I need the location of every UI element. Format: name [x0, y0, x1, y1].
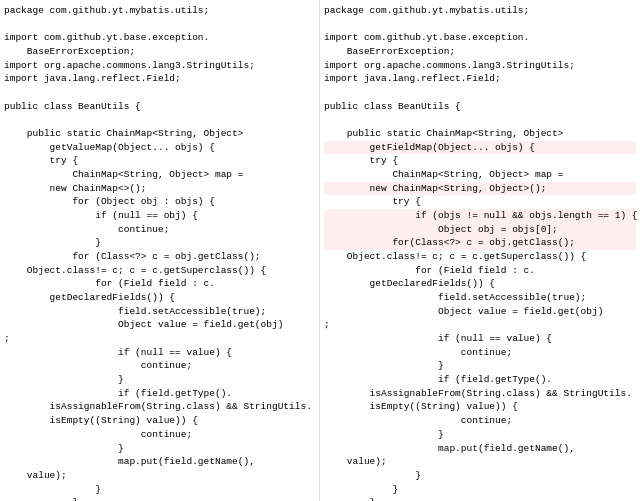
code-line: map.put(field.getName(),	[324, 442, 636, 456]
code-line: Object.class!= c; c = c.getSuperclass())…	[324, 250, 636, 264]
code-line: ChainMap<String, Object> map =	[4, 168, 315, 182]
code-line: }	[4, 483, 315, 497]
code-line: }	[324, 359, 636, 373]
code-line: public static ChainMap<String, Object>	[4, 127, 315, 141]
code-line: }	[4, 496, 315, 501]
code-line: field.setAccessible(true);	[4, 305, 315, 319]
code-line: import java.lang.reflect.Field;	[4, 72, 315, 86]
code-line: getValueMap(Object... objs) {	[4, 141, 315, 155]
code-line: }	[324, 469, 636, 483]
code-line: if (null == value) {	[4, 346, 315, 360]
code-line: value);	[4, 469, 315, 483]
code-line	[4, 113, 315, 127]
code-line: for(Class<?> c = obj.getClass();	[324, 236, 636, 250]
code-line: if (null == value) {	[324, 332, 636, 346]
code-line: map.put(field.getName(),	[4, 455, 315, 469]
code-line: if (null == obj) {	[4, 209, 315, 223]
code-line: Object value = field.get(obj)	[324, 305, 636, 319]
code-line: continue;	[4, 428, 315, 442]
code-line: getDeclaredFields()) {	[324, 277, 636, 291]
right-code: package com.github.yt.mybatis.utils; imp…	[324, 4, 636, 501]
code-line: value);	[324, 455, 636, 469]
code-line: continue;	[4, 223, 315, 237]
code-line: package com.github.yt.mybatis.utils;	[4, 4, 315, 18]
code-line: import org.apache.commons.lang3.StringUt…	[4, 59, 315, 73]
code-line: field.setAccessible(true);	[324, 291, 636, 305]
code-line: getDeclaredFields()) {	[4, 291, 315, 305]
code-line: if (field.getType().	[4, 387, 315, 401]
code-line: Object obj = objs[0];	[324, 223, 636, 237]
code-line: BaseErrorException;	[4, 45, 315, 59]
code-line: ;	[324, 318, 636, 332]
code-line: public class BeanUtils {	[4, 100, 315, 114]
code-line: if (objs != null && objs.length == 1) {	[324, 209, 636, 223]
code-line: continue;	[324, 346, 636, 360]
code-line: Object value = field.get(obj)	[4, 318, 315, 332]
code-line	[4, 86, 315, 100]
code-line	[324, 86, 636, 100]
code-line: continue;	[324, 414, 636, 428]
code-line: public class BeanUtils {	[324, 100, 636, 114]
code-line: ;	[4, 332, 315, 346]
code-line: new ChainMap<>();	[4, 182, 315, 196]
code-line: isEmpty((String) value)) {	[324, 400, 636, 414]
code-line: if (field.getType().	[324, 373, 636, 387]
code-line: }	[4, 236, 315, 250]
code-line: public static ChainMap<String, Object>	[324, 127, 636, 141]
code-line: import org.apache.commons.lang3.StringUt…	[324, 59, 636, 73]
code-line: for (Field field : c.	[324, 264, 636, 278]
code-line: ChainMap<String, Object> map =	[324, 168, 636, 182]
code-line: new ChainMap<String, Object>();	[324, 182, 636, 196]
code-line: Object.class!= c; c = c.getSuperclass())…	[4, 264, 315, 278]
code-line: }	[324, 496, 636, 501]
left-panel: package com.github.yt.mybatis.utils; imp…	[0, 0, 320, 501]
code-line: }	[4, 373, 315, 387]
code-line: }	[324, 428, 636, 442]
code-line: }	[4, 442, 315, 456]
code-line: getFieldMap(Object... objs) {	[324, 141, 636, 155]
left-code: package com.github.yt.mybatis.utils; imp…	[4, 4, 315, 501]
code-line: }	[324, 483, 636, 497]
code-line	[4, 18, 315, 32]
code-line: try {	[324, 195, 636, 209]
code-line: try {	[4, 154, 315, 168]
code-line: package com.github.yt.mybatis.utils;	[324, 4, 636, 18]
code-line: for (Object obj : objs) {	[4, 195, 315, 209]
diff-viewer: package com.github.yt.mybatis.utils; imp…	[0, 0, 640, 501]
code-line: import com.github.yt.base.exception.	[4, 31, 315, 45]
code-line: isAssignableFrom(String.class) && String…	[4, 400, 315, 414]
right-panel: package com.github.yt.mybatis.utils; imp…	[320, 0, 640, 501]
code-line: continue;	[4, 359, 315, 373]
code-line: isEmpty((String) value)) {	[4, 414, 315, 428]
code-line	[324, 18, 636, 32]
code-line: for (Class<?> c = obj.getClass();	[4, 250, 315, 264]
code-line: import com.github.yt.base.exception.	[324, 31, 636, 45]
code-line: for (Field field : c.	[4, 277, 315, 291]
code-line: try {	[324, 154, 636, 168]
code-line	[324, 113, 636, 127]
code-line: import java.lang.reflect.Field;	[324, 72, 636, 86]
code-line: BaseErrorException;	[324, 45, 636, 59]
code-line: isAssignableFrom(String.class) && String…	[324, 387, 636, 401]
